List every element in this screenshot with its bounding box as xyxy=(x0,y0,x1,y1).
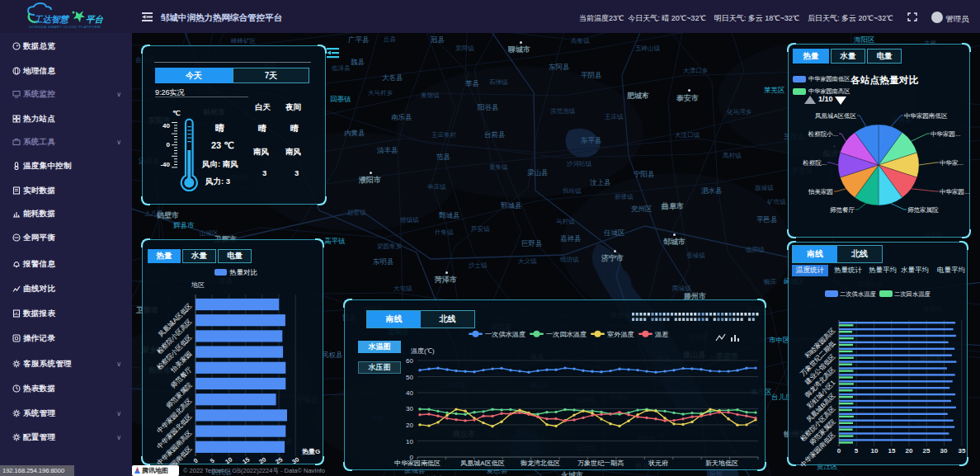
svg-text:30: 30 xyxy=(290,455,300,465)
svg-text:平台: 平台 xyxy=(86,14,104,24)
svg-text:30: 30 xyxy=(940,447,948,455)
svg-text:15: 15 xyxy=(241,455,251,465)
svg-text:怡美家园: 怡美家园 xyxy=(808,188,833,196)
svg-text:万象世纪一期高: 万象世纪一期高 xyxy=(577,460,624,467)
svg-text:凤凰城A区低区: 凤凰城A区低区 xyxy=(460,460,504,467)
svg-text:中华家园南低区: 中华家园南低区 xyxy=(904,112,948,120)
svg-text:10: 10 xyxy=(406,438,413,445)
svg-text:GONGDA SMART CLOUD PLATFORM: GONGDA SMART CLOUD PLATFORM xyxy=(29,25,101,29)
svg-text:20: 20 xyxy=(257,455,267,465)
svg-text:中华家园南低区: 中华家园南低区 xyxy=(394,460,441,467)
svg-text:℃: ℃ xyxy=(172,111,181,117)
svg-text:师范家属院: 师范家属院 xyxy=(907,206,939,214)
svg-text:工达智慧: 工达智慧 xyxy=(33,14,71,24)
svg-text:检察院小...: 检察院小... xyxy=(808,130,838,138)
svg-text:25: 25 xyxy=(923,447,931,455)
svg-text:15: 15 xyxy=(888,447,896,455)
svg-text:中华家...: 中华家... xyxy=(940,159,964,167)
svg-text:中华家园...: 中华家园... xyxy=(931,130,960,138)
svg-text:5: 5 xyxy=(855,447,859,455)
svg-text:中华家园...: 中华家园... xyxy=(940,188,969,196)
svg-text:0: 0 xyxy=(837,447,841,455)
svg-text:师范餐厅: 师范餐厅 xyxy=(830,206,855,214)
svg-text:-40: -40 xyxy=(160,161,170,168)
svg-text:10: 10 xyxy=(224,455,233,465)
svg-text:35: 35 xyxy=(959,447,966,455)
svg-text:状元府: 状元府 xyxy=(648,460,668,467)
svg-text:0: 0 xyxy=(192,457,200,465)
svg-text:0: 0 xyxy=(167,141,171,148)
svg-text:御龙湾北低区: 御龙湾北低区 xyxy=(521,460,560,467)
svg-text:20: 20 xyxy=(406,422,413,429)
svg-text:检察院...: 检察院... xyxy=(802,159,827,167)
svg-text:新天地低区: 新天地低区 xyxy=(705,460,738,467)
svg-text:40: 40 xyxy=(406,389,413,397)
svg-text:50: 50 xyxy=(406,374,413,381)
svg-text:60: 60 xyxy=(406,357,413,365)
svg-text:热量G: 热量G xyxy=(301,448,320,455)
svg-text:40: 40 xyxy=(163,122,170,130)
svg-text:25: 25 xyxy=(274,455,284,465)
svg-text:5: 5 xyxy=(209,457,216,465)
svg-text:10: 10 xyxy=(871,447,879,455)
svg-text:30: 30 xyxy=(406,405,413,412)
svg-text:凤凰城A区低区: 凤凰城A区低区 xyxy=(815,112,857,120)
svg-text:20: 20 xyxy=(906,447,913,455)
